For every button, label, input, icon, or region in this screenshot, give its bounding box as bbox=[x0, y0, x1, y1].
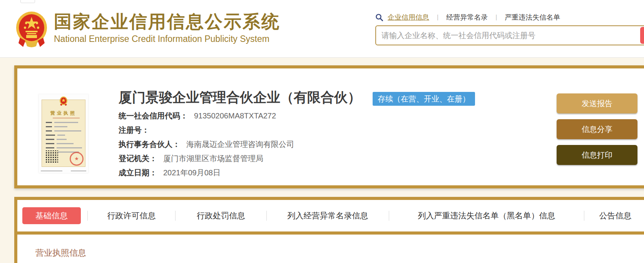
info-value: 海南晟迈企业管理咨询有限公司 bbox=[186, 139, 294, 150]
status-badge: 存续（在营、开业、在册） bbox=[373, 92, 475, 106]
info-label: 成立日期： bbox=[119, 168, 157, 178]
info-row-registration-authority: 登记机关： 厦门市湖里区市场监督管理局 bbox=[119, 153, 294, 163]
search-box bbox=[375, 25, 644, 45]
send-report-button[interactable]: 发送报告 bbox=[557, 93, 637, 113]
info-label: 执行事务合伙人： bbox=[119, 139, 180, 150]
site-title-en: National Enterprise Credit Information P… bbox=[54, 34, 280, 44]
nav-link-abnormal-operations[interactable]: 经营异常名录 bbox=[446, 13, 488, 22]
nav-separator: | bbox=[495, 14, 497, 21]
tab-serious-violations-blacklist[interactable]: 列入严重违法失信名单（黑名单）信息 bbox=[389, 210, 584, 221]
license-caption-right bbox=[71, 170, 86, 171]
search-input[interactable] bbox=[376, 26, 630, 45]
site-title-zh: 国家企业信用信息公示系统 bbox=[54, 12, 280, 32]
search-icon bbox=[375, 13, 383, 21]
company-info-rows: 统一社会信用代码： 91350206MA8TXTA272 注册号： 执行事务合伙… bbox=[119, 111, 294, 182]
license-red-stamp bbox=[70, 152, 84, 166]
national-emblem-logo bbox=[15, 11, 48, 47]
info-value: 91350206MA8TXTA272 bbox=[194, 112, 276, 120]
section-title-business-license-info: 营业执照信息 bbox=[17, 235, 644, 259]
national-emblem-icon bbox=[15, 11, 48, 47]
license-emblem-icon bbox=[59, 97, 68, 107]
tab-abnormal-operations-list[interactable]: 列入经营异常名录信息 bbox=[267, 210, 389, 221]
share-info-button[interactable]: 信息分享 bbox=[557, 119, 637, 139]
info-label: 统一社会信用代码： bbox=[119, 111, 188, 121]
license-subline bbox=[53, 118, 80, 118]
search-submit-button[interactable] bbox=[640, 27, 644, 44]
license-title: 营业执照 bbox=[42, 110, 85, 117]
info-value: 厦门市湖里区市场监督管理局 bbox=[163, 153, 263, 164]
info-row-executive-partner: 执行事务合伙人： 海南晟迈企业管理咨询有限公司 bbox=[119, 139, 294, 148]
brand-block: 国家企业信用信息公示系统 National Enterprise Credit … bbox=[54, 12, 280, 44]
company-name: 厦门景骏企业管理合伙企业（有限合伙） bbox=[119, 88, 361, 107]
tab-administrative-penalty[interactable]: 行政处罚信息 bbox=[176, 210, 266, 221]
license-caption-left bbox=[41, 170, 62, 171]
nav-separator: | bbox=[437, 14, 438, 21]
page-top-artifact bbox=[20, 0, 35, 3]
info-row-credit-code: 统一社会信用代码： 91350206MA8TXTA272 bbox=[119, 111, 294, 120]
company-summary-panel: 营业执照 厦门景骏企业管理合伙企业（有限合伙） 存续（在营、开业、在册） 统一社… bbox=[14, 65, 644, 188]
detail-panel: 基础信息 行政许可信息 行政处罚信息 列入经营异常名录信息 列入严重违法失信名单… bbox=[14, 197, 644, 263]
tab-administrative-license[interactable]: 行政许可信息 bbox=[88, 210, 175, 221]
print-info-button[interactable]: 信息打印 bbox=[557, 145, 637, 165]
tab-announcements[interactable]: 公告信息 bbox=[584, 210, 644, 221]
license-paper: 营业执照 bbox=[42, 100, 85, 167]
info-label: 注册号： bbox=[119, 125, 149, 135]
nav-link-enterprise-credit[interactable]: 企业信用信息 bbox=[388, 13, 429, 22]
business-license-thumbnail[interactable]: 营业执照 bbox=[38, 94, 89, 173]
site-header: 国家企业信用信息公示系统 National Enterprise Credit … bbox=[0, 0, 644, 58]
tab-basic-info[interactable]: 基础信息 bbox=[22, 207, 81, 224]
license-qr-code bbox=[46, 150, 58, 163]
info-label: 登记机关： bbox=[119, 153, 157, 164]
info-value: 2021年09月08日 bbox=[163, 168, 221, 178]
nav-link-serious-violations[interactable]: 严重违法失信名单 bbox=[505, 13, 560, 22]
tab-bar: 基础信息 行政许可信息 行政处罚信息 列入经营异常名录信息 列入严重违法失信名单… bbox=[17, 200, 644, 231]
info-row-registration-no: 注册号： bbox=[119, 125, 294, 134]
gold-divider bbox=[17, 231, 644, 235]
info-row-establishment-date: 成立日期： 2021年09月08日 bbox=[119, 168, 294, 177]
action-buttons: 发送报告 信息分享 信息打印 bbox=[557, 93, 637, 171]
top-nav: 企业信用信息 | 经营异常名录 | 严重违法失信名单 bbox=[375, 12, 560, 22]
